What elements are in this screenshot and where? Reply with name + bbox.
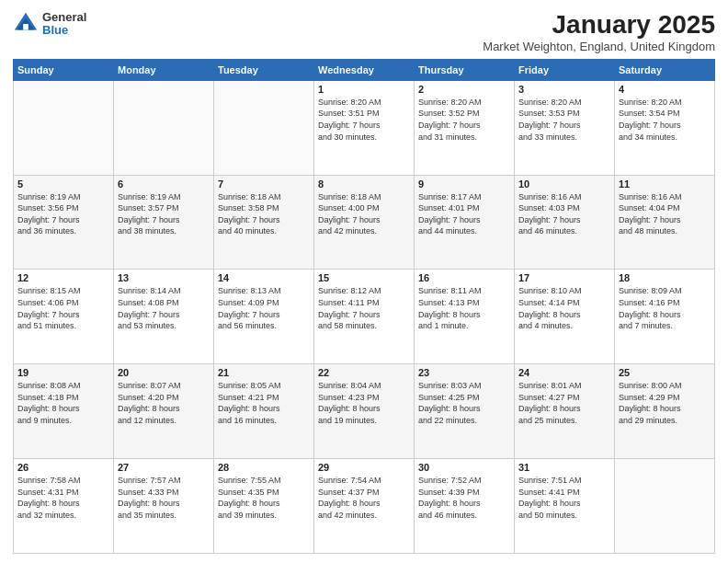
day-info: Sunrise: 8:20 AM Sunset: 3:52 PM Dayligh… [418, 97, 510, 143]
day-number: 5 [17, 178, 109, 190]
header-row: Sunday Monday Tuesday Wednesday Thursday… [14, 59, 715, 80]
table-row: 1Sunrise: 8:20 AM Sunset: 3:51 PM Daylig… [314, 80, 415, 175]
table-row: 26Sunrise: 7:58 AM Sunset: 4:31 PM Dayli… [14, 459, 114, 554]
day-number: 17 [518, 272, 610, 283]
calendar-week-row: 26Sunrise: 7:58 AM Sunset: 4:31 PM Dayli… [14, 459, 715, 554]
table-row: 6Sunrise: 8:19 AM Sunset: 3:57 PM Daylig… [114, 175, 214, 270]
day-info: Sunrise: 8:14 AM Sunset: 4:08 PM Dayligh… [118, 285, 210, 331]
col-saturday: Saturday [615, 59, 715, 80]
day-number: 3 [518, 84, 610, 95]
day-number: 25 [619, 367, 711, 378]
table-row: 15Sunrise: 8:12 AM Sunset: 4:11 PM Dayli… [314, 270, 415, 364]
table-row: 24Sunrise: 8:01 AM Sunset: 4:27 PM Dayli… [515, 364, 615, 459]
day-info: Sunrise: 8:20 AM Sunset: 3:53 PM Dayligh… [518, 97, 610, 143]
logo: General Blue [13, 11, 86, 38]
calendar-table: Sunday Monday Tuesday Wednesday Thursday… [13, 59, 715, 554]
table-row: 2Sunrise: 8:20 AM Sunset: 3:52 PM Daylig… [415, 80, 515, 175]
day-number: 26 [17, 462, 109, 473]
header: General Blue January 2025 Market Weighto… [13, 11, 715, 53]
table-row: 22Sunrise: 8:04 AM Sunset: 4:23 PM Dayli… [314, 364, 415, 459]
day-number: 29 [318, 462, 410, 473]
table-row: 25Sunrise: 8:00 AM Sunset: 4:29 PM Dayli… [615, 364, 715, 459]
day-info: Sunrise: 8:20 AM Sunset: 3:51 PM Dayligh… [318, 97, 410, 143]
table-row: 31Sunrise: 7:51 AM Sunset: 4:41 PM Dayli… [515, 459, 615, 554]
table-row: 11Sunrise: 8:16 AM Sunset: 4:04 PM Dayli… [615, 175, 715, 270]
day-info: Sunrise: 8:15 AM Sunset: 4:06 PM Dayligh… [17, 285, 109, 331]
calendar-week-row: 5Sunrise: 8:19 AM Sunset: 3:56 PM Daylig… [14, 175, 715, 270]
day-number: 2 [418, 84, 510, 95]
calendar-week-row: 1Sunrise: 8:20 AM Sunset: 3:51 PM Daylig… [14, 80, 715, 175]
day-number: 11 [619, 178, 711, 190]
day-number: 9 [418, 178, 510, 190]
table-row: 17Sunrise: 8:10 AM Sunset: 4:14 PM Dayli… [515, 270, 615, 364]
day-number: 16 [418, 272, 510, 283]
day-info: Sunrise: 8:17 AM Sunset: 4:01 PM Dayligh… [418, 191, 510, 237]
day-number: 24 [518, 367, 610, 378]
logo-text: General Blue [42, 11, 86, 38]
title-location: Market Weighton, England, United Kingdom [483, 40, 715, 53]
table-row [615, 459, 715, 554]
day-number: 21 [218, 367, 310, 378]
day-number: 12 [17, 272, 109, 283]
table-row: 20Sunrise: 8:07 AM Sunset: 4:20 PM Dayli… [114, 364, 214, 459]
day-number: 28 [218, 462, 310, 473]
calendar-week-row: 12Sunrise: 8:15 AM Sunset: 4:06 PM Dayli… [14, 270, 715, 364]
day-number: 6 [118, 178, 210, 190]
day-info: Sunrise: 8:16 AM Sunset: 4:04 PM Dayligh… [619, 191, 711, 237]
day-number: 13 [118, 272, 210, 283]
table-row: 19Sunrise: 8:08 AM Sunset: 4:18 PM Dayli… [14, 364, 114, 459]
day-number: 10 [518, 178, 610, 190]
col-wednesday: Wednesday [314, 59, 415, 80]
table-row: 16Sunrise: 8:11 AM Sunset: 4:13 PM Dayli… [415, 270, 515, 364]
table-row: 12Sunrise: 8:15 AM Sunset: 4:06 PM Dayli… [14, 270, 114, 364]
day-info: Sunrise: 7:52 AM Sunset: 4:39 PM Dayligh… [418, 475, 510, 521]
table-row: 13Sunrise: 8:14 AM Sunset: 4:08 PM Dayli… [114, 270, 214, 364]
day-info: Sunrise: 8:09 AM Sunset: 4:16 PM Dayligh… [619, 285, 711, 331]
day-info: Sunrise: 8:13 AM Sunset: 4:09 PM Dayligh… [218, 285, 310, 331]
day-info: Sunrise: 8:16 AM Sunset: 4:03 PM Dayligh… [518, 191, 610, 237]
day-info: Sunrise: 8:10 AM Sunset: 4:14 PM Dayligh… [518, 285, 610, 331]
day-info: Sunrise: 7:57 AM Sunset: 4:33 PM Dayligh… [118, 475, 210, 521]
day-info: Sunrise: 8:19 AM Sunset: 3:57 PM Dayligh… [118, 191, 210, 237]
day-info: Sunrise: 8:20 AM Sunset: 3:54 PM Dayligh… [619, 97, 711, 143]
col-tuesday: Tuesday [214, 59, 314, 80]
day-info: Sunrise: 7:54 AM Sunset: 4:37 PM Dayligh… [318, 475, 410, 521]
day-number: 15 [318, 272, 410, 283]
day-number: 27 [118, 462, 210, 473]
day-info: Sunrise: 8:18 AM Sunset: 4:00 PM Dayligh… [318, 191, 410, 237]
table-row: 18Sunrise: 8:09 AM Sunset: 4:16 PM Dayli… [615, 270, 715, 364]
day-info: Sunrise: 8:08 AM Sunset: 4:18 PM Dayligh… [17, 380, 109, 426]
day-number: 31 [518, 462, 610, 473]
day-number: 19 [17, 367, 109, 378]
day-number: 23 [418, 367, 510, 378]
logo-general-label: General [42, 11, 86, 24]
day-info: Sunrise: 8:00 AM Sunset: 4:29 PM Dayligh… [619, 380, 711, 426]
svg-rect-2 [23, 24, 28, 30]
table-row: 10Sunrise: 8:16 AM Sunset: 4:03 PM Dayli… [515, 175, 615, 270]
table-row: 3Sunrise: 8:20 AM Sunset: 3:53 PM Daylig… [515, 80, 615, 175]
day-info: Sunrise: 7:51 AM Sunset: 4:41 PM Dayligh… [518, 475, 610, 521]
day-info: Sunrise: 7:58 AM Sunset: 4:31 PM Dayligh… [17, 475, 109, 521]
day-info: Sunrise: 8:04 AM Sunset: 4:23 PM Dayligh… [318, 380, 410, 426]
table-row: 21Sunrise: 8:05 AM Sunset: 4:21 PM Dayli… [214, 364, 314, 459]
col-thursday: Thursday [415, 59, 515, 80]
logo-icon [13, 11, 39, 37]
day-number: 30 [418, 462, 510, 473]
table-row: 4Sunrise: 8:20 AM Sunset: 3:54 PM Daylig… [615, 80, 715, 175]
day-number: 14 [218, 272, 310, 283]
title-block: January 2025 Market Weighton, England, U… [483, 11, 715, 53]
table-row: 27Sunrise: 7:57 AM Sunset: 4:33 PM Dayli… [114, 459, 214, 554]
col-friday: Friday [515, 59, 615, 80]
table-row: 29Sunrise: 7:54 AM Sunset: 4:37 PM Dayli… [314, 459, 415, 554]
logo-blue-label: Blue [42, 24, 86, 37]
table-row: 14Sunrise: 8:13 AM Sunset: 4:09 PM Dayli… [214, 270, 314, 364]
day-number: 22 [318, 367, 410, 378]
table-row: 9Sunrise: 8:17 AM Sunset: 4:01 PM Daylig… [415, 175, 515, 270]
day-info: Sunrise: 8:12 AM Sunset: 4:11 PM Dayligh… [318, 285, 410, 331]
day-info: Sunrise: 8:18 AM Sunset: 3:58 PM Dayligh… [218, 191, 310, 237]
title-month: January 2025 [483, 11, 715, 40]
table-row: 5Sunrise: 8:19 AM Sunset: 3:56 PM Daylig… [14, 175, 114, 270]
day-number: 4 [619, 84, 711, 95]
table-row: 28Sunrise: 7:55 AM Sunset: 4:35 PM Dayli… [214, 459, 314, 554]
day-number: 20 [118, 367, 210, 378]
